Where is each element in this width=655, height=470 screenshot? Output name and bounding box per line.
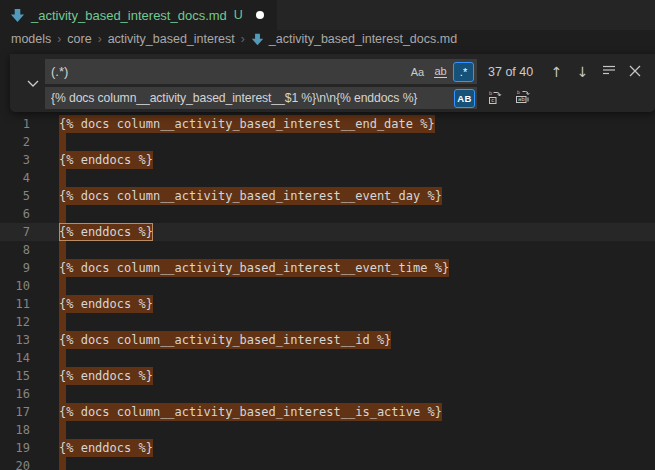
line-number: 7 — [0, 223, 30, 241]
find-in-selection-button[interactable] — [598, 61, 619, 82]
line-number: 9 — [0, 259, 30, 277]
replace-icon: c b — [487, 89, 503, 108]
search-match-highlight: {% enddocs %} — [59, 151, 153, 169]
code-line[interactable]: 3 {% enddocs %} — [0, 151, 655, 169]
find-replace-widget: (.*) Aa ab .* 37 of 40 ↑ ↓ {% docs colum… — [10, 54, 655, 112]
code-line[interactable]: 5 {% docs column__activity_based_interes… — [0, 187, 655, 205]
search-match-highlight: {% enddocs %} — [59, 223, 153, 241]
code-line[interactable]: 8 — [0, 241, 655, 259]
search-match-highlight — [59, 421, 66, 439]
arrow-up-icon: ↑ — [551, 64, 563, 80]
chevron-down-icon — [27, 76, 39, 91]
line-number: 3 — [0, 151, 30, 169]
markdown-file-icon — [10, 8, 25, 23]
svg-text:b: b — [517, 90, 520, 95]
search-match-highlight — [59, 277, 66, 295]
code-line[interactable]: 10 — [0, 277, 655, 295]
code-line[interactable]: 18 — [0, 421, 655, 439]
code-line[interactable]: 20 — [0, 457, 655, 470]
code-line[interactable]: 11 {% enddocs %} — [0, 295, 655, 313]
code-line[interactable]: 17 {% docs column__activity_based_intere… — [0, 403, 655, 421]
breadcrumb-item-models[interactable]: models — [11, 32, 51, 46]
previous-match-button[interactable]: ↑ — [546, 61, 567, 82]
line-number: 13 — [0, 331, 30, 349]
close-button[interactable] — [624, 61, 645, 82]
code-line[interactable]: 19 {% enddocs %} — [0, 439, 655, 457]
svg-text:c: c — [491, 97, 494, 103]
search-match-highlight — [59, 241, 66, 259]
replace-all-icon: ab b — [515, 89, 531, 108]
line-number: 12 — [0, 313, 30, 331]
line-number: 5 — [0, 187, 30, 205]
line-number: 2 — [0, 133, 30, 151]
code-line[interactable]: 13 {% docs column__activity_based_intere… — [0, 331, 655, 349]
line-number: 18 — [0, 421, 30, 439]
tab-active-file[interactable]: _activity_based_interest_docs.md U — [0, 0, 277, 30]
line-number: 14 — [0, 349, 30, 367]
breadcrumb-item-activity-based-interest[interactable]: activity_based_interest — [108, 32, 235, 46]
search-match-highlight: {% docs column__activity_based_interest_… — [59, 331, 391, 349]
code-line[interactable]: 14 — [0, 349, 655, 367]
search-match-highlight: {% enddocs %} — [59, 295, 153, 313]
search-match-highlight — [59, 205, 66, 223]
code-line[interactable]: 12 — [0, 313, 655, 331]
replace-all-button[interactable]: ab b — [512, 88, 533, 109]
code-line[interactable]: 6 — [0, 205, 655, 223]
replace-button[interactable]: c b — [484, 88, 505, 109]
search-match-highlight: {% enddocs %} — [59, 367, 153, 385]
svg-text:b: b — [489, 89, 492, 95]
next-match-button[interactable]: ↓ — [572, 61, 593, 82]
line-number: 15 — [0, 367, 30, 385]
code-line[interactable]: 2 — [0, 133, 655, 151]
search-match-highlight: {% docs column__activity_based_interest_… — [59, 187, 442, 205]
line-number: 1 — [0, 115, 30, 133]
line-number: 10 — [0, 277, 30, 295]
whole-word-button[interactable]: ab — [430, 62, 451, 82]
breadcrumb-item-core[interactable]: core — [67, 32, 91, 46]
line-number: 17 — [0, 403, 30, 421]
preserve-case-button[interactable]: AB — [454, 89, 475, 108]
code-line[interactable]: 7 {% enddocs %} — [0, 223, 655, 241]
search-match-highlight: {% docs column__activity_based_interest_… — [59, 259, 449, 277]
modified-indicator-dot[interactable] — [256, 11, 264, 19]
breadcrumb: models › core › activity_based_interest … — [0, 30, 655, 48]
line-number: 4 — [0, 169, 30, 187]
tab-bar: _activity_based_interest_docs.md U — [0, 0, 655, 30]
search-match-highlight — [59, 133, 66, 151]
line-number: 11 — [0, 295, 30, 313]
replace-input[interactable]: {% docs column__activity_based_interest_… — [45, 87, 477, 109]
search-match-highlight: {% docs column__activity_based_interest_… — [59, 115, 435, 133]
svg-text:ab: ab — [518, 96, 525, 102]
chevron-right-icon: › — [57, 32, 61, 46]
search-match-highlight — [59, 313, 66, 331]
match-count: 37 of 40 — [488, 65, 550, 79]
code-line[interactable]: 4 — [0, 169, 655, 187]
breadcrumb-item-file[interactable]: _activity_based_interest_docs.md — [251, 32, 457, 46]
close-icon — [629, 64, 641, 80]
regex-button[interactable]: .* — [453, 62, 474, 82]
find-input-value: (.*) — [51, 64, 405, 79]
code-line[interactable]: 1 {% docs column__activity_based_interes… — [0, 115, 655, 133]
search-match-highlight: {% enddocs %} — [59, 439, 153, 457]
line-number: 8 — [0, 241, 30, 259]
tab-title: _activity_based_interest_docs.md — [31, 8, 227, 23]
toggle-replace-button[interactable] — [24, 63, 42, 103]
code-line[interactable]: 16 — [0, 385, 655, 403]
search-match-highlight — [59, 385, 66, 403]
editor-lines: 1 {% docs column__activity_based_interes… — [0, 115, 655, 470]
chevron-right-icon: › — [98, 32, 102, 46]
code-line[interactable]: 9 {% docs column__activity_based_interes… — [0, 259, 655, 277]
selection-lines-icon — [602, 63, 616, 80]
git-status-badge: U — [234, 8, 243, 22]
line-number: 16 — [0, 385, 30, 403]
chevron-right-icon: › — [241, 32, 245, 46]
search-match-highlight — [59, 457, 66, 470]
markdown-file-icon — [251, 33, 264, 46]
code-line[interactable]: 15 {% enddocs %} — [0, 367, 655, 385]
search-match-highlight: {% docs column__activity_based_interest_… — [59, 403, 442, 421]
replace-input-value: {% docs column__activity_based_interest_… — [51, 91, 452, 105]
line-number: 6 — [0, 205, 30, 223]
match-case-button[interactable]: Aa — [407, 62, 428, 82]
find-input[interactable]: (.*) Aa ab .* — [45, 59, 477, 84]
line-number: 19 — [0, 439, 30, 457]
